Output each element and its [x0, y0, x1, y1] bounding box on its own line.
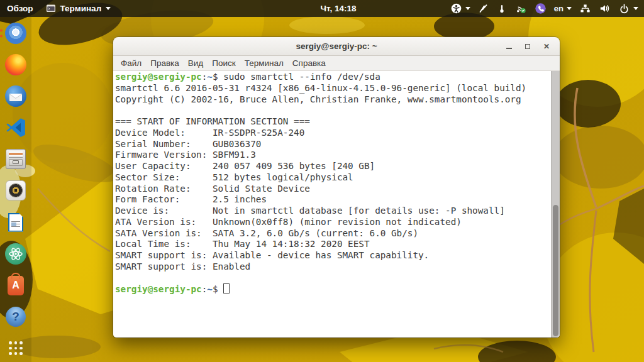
terminal-line: User Capacity: 240 057 409 536 bytes [24… — [115, 161, 550, 172]
terminal-line: SMART support is: Enabled — [115, 261, 550, 273]
help-icon: ? — [6, 307, 26, 327]
chevron-down-icon — [633, 7, 638, 10]
dock-item-ubuntu-software[interactable]: A — [5, 275, 26, 296]
terminal-line — [115, 273, 550, 284]
ubuntu-software-icon: A — [8, 276, 24, 295]
language-label: en — [554, 4, 564, 13]
language-selector[interactable]: en — [554, 4, 572, 13]
window-title: sergiy@sergiy-pc: ~ — [113, 41, 560, 51]
minimize-button[interactable] — [505, 43, 513, 50]
terminal-line: smartctl 6.6 2016-05-31 r4324 [x86_64-li… — [115, 83, 550, 94]
maximize-button[interactable] — [524, 43, 531, 50]
scrollbar[interactable] — [551, 71, 560, 337]
terminal-line: sergiy@sergiy-pc:~$ — [115, 283, 550, 295]
terminal-line: Rotation Rate: Solid State Device — [115, 184, 550, 195]
volume-icon[interactable] — [599, 3, 611, 14]
scrollbar-thumb[interactable] — [553, 205, 558, 336]
terminal-line: SATA Version is: SATA 3.2, 6.0 Gb/s (cur… — [115, 228, 550, 239]
chevron-down-icon — [106, 7, 111, 10]
terminal-line: Device Model: IR-SSDPR-S25A-240 — [115, 128, 550, 139]
menu-search[interactable]: Поиск — [208, 58, 240, 68]
chevron-down-icon — [567, 7, 572, 10]
ethernet-icon[interactable] — [579, 3, 591, 14]
dock-item-science-atom[interactable] — [5, 243, 26, 265]
menu-bar: Файл Правка Вид Поиск Терминал Справка — [113, 56, 560, 71]
firefox-icon — [5, 54, 26, 75]
dock-item-app-grid[interactable] — [5, 337, 26, 359]
dock-item-media-player[interactable] — [5, 180, 26, 201]
dock-item-help[interactable]: ? — [5, 306, 26, 327]
title-bar[interactable]: sergiy@sergiy-pc: ~ ✕ — [113, 37, 560, 56]
temperature-icon[interactable] — [497, 3, 507, 14]
vscode-icon — [5, 117, 26, 138]
dock-item-thunderbird[interactable] — [5, 85, 26, 107]
menu-edit[interactable]: Правка — [146, 58, 184, 68]
dock-item-libreoffice-writer[interactable] — [5, 212, 26, 233]
top-bar: Обзор Терминал Чт, 14:18 — [0, 0, 644, 17]
dock-item-chromium[interactable] — [5, 23, 26, 44]
activities-button[interactable]: Обзор — [7, 4, 33, 13]
chromium-icon — [5, 23, 26, 44]
maximize-icon — [525, 44, 530, 49]
dock-item-firefox[interactable] — [5, 54, 26, 75]
file-cabinet-icon — [6, 149, 26, 169]
terminal-line: sergiy@sergiy-pc:~$ sudo smartctl --info… — [115, 72, 550, 83]
app-grid-icon — [8, 340, 24, 356]
viber-icon[interactable] — [535, 3, 547, 14]
thunderbird-icon — [5, 85, 26, 107]
minimize-icon — [506, 48, 512, 49]
terminal-screen[interactable]: sergiy@sergiy-pc:~$ sudo smartctl --info… — [113, 71, 560, 337]
libreoffice-writer-icon — [8, 213, 23, 232]
power-menu[interactable] — [618, 3, 638, 14]
dock: A ? — [0, 17, 31, 362]
terminal-line: === START OF INFORMATION SECTION === — [115, 116, 550, 128]
terminal-line: ATA Version is: Unknown(0x0ff8) (minor r… — [115, 217, 550, 228]
terminal-line: Form Factor: 2.5 inches — [115, 194, 550, 206]
terminal-line: Serial Number: GUB036370 — [115, 139, 550, 150]
menu-file[interactable]: Файл — [116, 58, 146, 68]
atom-icon — [5, 243, 26, 265]
terminal-window: sergiy@sergiy-pc: ~ ✕ Файл Правка Вид По… — [113, 37, 560, 337]
network-signal-icon[interactable] — [514, 3, 527, 14]
menu-help[interactable]: Справка — [288, 58, 330, 68]
zigzag-indicator-icon[interactable] — [478, 3, 489, 14]
power-icon — [618, 3, 630, 14]
terminal-line: Local Time is: Thu May 14 14:18:32 2020 … — [115, 239, 550, 250]
terminal-line: Copyright (C) 2002-16, Bruce Allen, Chri… — [115, 94, 550, 106]
clock[interactable]: Чт, 14:18 — [320, 4, 356, 13]
close-icon: ✕ — [543, 43, 550, 50]
terminal-line: SMART support is: Available - device has… — [115, 250, 550, 261]
dock-item-vscode[interactable] — [5, 117, 26, 138]
terminal-line: Sector Size: 512 bytes logical/physical — [115, 172, 550, 184]
running-indicator — [0, 30, 3, 38]
menu-terminal[interactable]: Терминал — [240, 58, 288, 68]
menu-view[interactable]: Вид — [184, 58, 208, 68]
chevron-down-icon — [465, 7, 470, 10]
close-button[interactable]: ✕ — [543, 43, 550, 50]
dock-item-file-cabinet[interactable] — [5, 148, 26, 170]
terminal-line — [115, 105, 550, 116]
terminal-cursor — [223, 283, 230, 293]
accessibility-icon — [450, 3, 462, 14]
terminal-icon — [46, 4, 56, 13]
accessibility-menu[interactable] — [450, 3, 470, 14]
terminal-line: Firmware Version: SBFM91.3 — [115, 150, 550, 161]
terminal-lines: sergiy@sergiy-pc:~$ sudo smartctl --info… — [115, 72, 550, 295]
terminal-line: Device is: Not in smartctl database [for… — [115, 206, 550, 217]
app-menu[interactable]: Терминал — [46, 4, 111, 13]
speaker-icon — [6, 180, 26, 200]
app-menu-label: Терминал — [60, 4, 102, 13]
